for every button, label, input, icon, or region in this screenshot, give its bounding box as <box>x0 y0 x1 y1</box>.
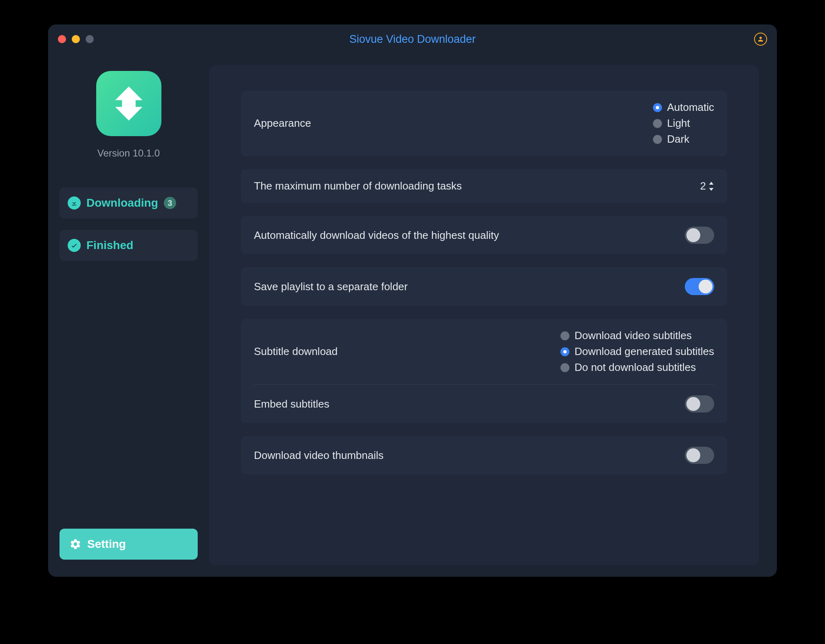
close-button[interactable] <box>58 35 66 43</box>
version-text: Version 10.1.0 <box>60 148 198 159</box>
radio-subtitle-video[interactable]: Download video subtitles <box>560 329 714 342</box>
downloading-badge: 3 <box>164 197 176 209</box>
setting-button[interactable]: Setting <box>60 529 198 560</box>
stepper-value: 2 <box>700 180 706 192</box>
appearance-label: Appearance <box>254 117 311 130</box>
thumbnails-toggle[interactable] <box>685 447 714 464</box>
sidebar: Version 10.1.0 Downloading 3 Finished <box>48 54 209 577</box>
radio-icon <box>653 103 662 112</box>
setting-subtitle-download: Subtitle download Download video subtitl… <box>241 319 727 384</box>
setting-thumbnails: Download video thumbnails <box>241 436 727 474</box>
setting-embed-subtitles: Embed subtitles <box>241 385 727 423</box>
radio-appearance-light[interactable]: Light <box>653 117 714 130</box>
radio-appearance-dark[interactable]: Dark <box>653 133 714 146</box>
app-window: Siovue Video Downloader Version 10.1.0 D… <box>48 24 777 577</box>
sidebar-item-finished[interactable]: Finished <box>60 230 198 261</box>
download-icon <box>68 196 81 210</box>
auto-quality-label: Automatically download videos of the hig… <box>254 229 499 242</box>
radio-label: Automatic <box>667 101 714 114</box>
maximize-button[interactable] <box>86 35 94 43</box>
embed-subtitles-toggle[interactable] <box>685 395 714 412</box>
chevron-up-down-icon <box>708 182 714 191</box>
appearance-radio-group: Automatic Light Dark <box>653 101 714 146</box>
titlebar: Siovue Video Downloader <box>48 24 777 54</box>
radio-icon <box>560 347 569 356</box>
settings-panel: Appearance Automatic Light Dark <box>209 65 759 565</box>
gear-icon <box>69 538 82 550</box>
app-logo <box>96 71 161 136</box>
setting-playlist-folder: Save playlist to a separate folder <box>241 267 727 306</box>
main-content: Appearance Automatic Light Dark <box>209 54 777 577</box>
embed-subtitles-label: Embed subtitles <box>254 398 329 410</box>
sidebar-nav: Downloading 3 Finished <box>60 187 198 261</box>
setting-appearance: Appearance Automatic Light Dark <box>241 90 727 156</box>
radio-icon <box>653 119 662 128</box>
radio-appearance-automatic[interactable]: Automatic <box>653 101 714 114</box>
radio-label: Light <box>667 117 690 130</box>
radio-label: Do not download subtitles <box>574 361 696 374</box>
user-icon <box>757 35 764 43</box>
sidebar-item-label: Finished <box>86 239 133 252</box>
radio-icon <box>653 135 662 144</box>
radio-icon <box>560 363 569 372</box>
download-arrow-icon <box>108 83 149 124</box>
auto-quality-toggle[interactable] <box>685 227 714 244</box>
max-tasks-stepper[interactable]: 2 <box>700 180 714 192</box>
subtitle-label: Subtitle download <box>254 345 338 358</box>
radio-label: Download generated subtitles <box>574 345 714 358</box>
setting-auto-quality: Automatically download videos of the hig… <box>241 216 727 254</box>
radio-subtitle-generated[interactable]: Download generated subtitles <box>560 345 714 358</box>
minimize-button[interactable] <box>72 35 80 43</box>
radio-subtitle-none[interactable]: Do not download subtitles <box>560 361 714 374</box>
window-controls <box>58 35 94 43</box>
playlist-folder-toggle[interactable] <box>685 278 714 295</box>
app-title: Siovue Video Downloader <box>58 33 767 46</box>
max-tasks-label: The maximum number of downloading tasks <box>254 180 462 192</box>
radio-label: Dark <box>667 133 689 146</box>
radio-icon <box>560 331 569 340</box>
setting-max-tasks: The maximum number of downloading tasks … <box>241 169 727 203</box>
setting-button-label: Setting <box>87 538 126 551</box>
app-body: Version 10.1.0 Downloading 3 Finished <box>48 54 777 577</box>
sidebar-item-label: Downloading <box>86 196 158 210</box>
thumbnails-label: Download video thumbnails <box>254 449 384 462</box>
radio-label: Download video subtitles <box>574 329 692 342</box>
setting-subtitle-group: Subtitle download Download video subtitl… <box>241 319 727 423</box>
sidebar-item-downloading[interactable]: Downloading 3 <box>60 187 198 218</box>
playlist-folder-label: Save playlist to a separate folder <box>254 280 408 293</box>
check-icon <box>68 239 81 252</box>
subtitle-radio-group: Download video subtitles Download genera… <box>560 329 714 374</box>
user-account-button[interactable] <box>754 33 767 46</box>
